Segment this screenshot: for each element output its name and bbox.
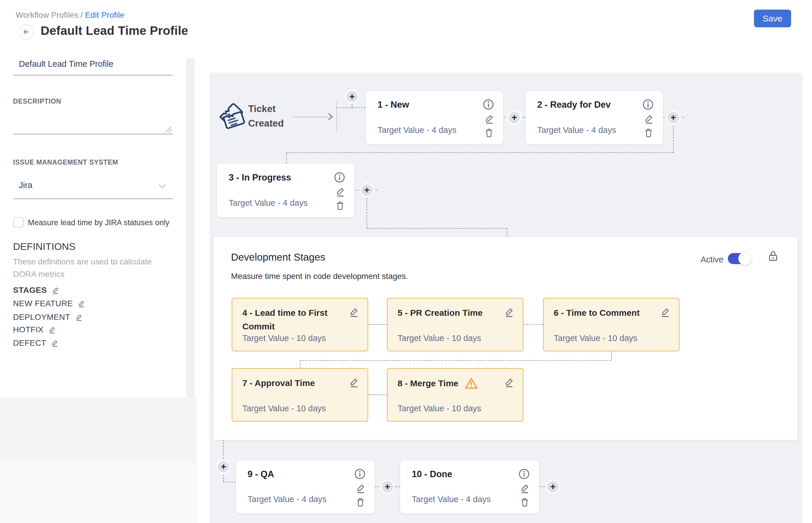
edit-deployment-icon[interactable] bbox=[75, 313, 83, 322]
chevron-down-icon bbox=[158, 182, 167, 191]
sidebar-footer-area-light bbox=[0, 462, 197, 523]
info-icon[interactable] bbox=[482, 98, 494, 111]
ims-select[interactable]: Jira bbox=[19, 181, 33, 190]
dev-card-6-time-to-comment[interactable]: 6 - Time to Comment Target Value - 10 da… bbox=[543, 298, 680, 351]
connector bbox=[223, 475, 224, 482]
stages-label: STAGES bbox=[13, 286, 47, 295]
edit-icon[interactable] bbox=[660, 306, 671, 318]
add-stage-button[interactable]: + bbox=[545, 479, 560, 494]
info-icon[interactable] bbox=[333, 171, 346, 183]
breadcrumb-root[interactable]: Workflow Profiles bbox=[16, 11, 78, 19]
connector bbox=[286, 153, 287, 163]
dev-card-8-merge-time[interactable]: 8 - Merge Time Target Value - 10 days bbox=[387, 368, 524, 422]
dev-card-5-pr-creation-time[interactable]: 5 - PR Creation Time Target Value - 10 d… bbox=[387, 298, 524, 351]
connector bbox=[300, 360, 611, 361]
edit-icon[interactable] bbox=[348, 376, 360, 388]
stage-card-2-ready-for-dev[interactable]: 2 - Ready for Dev Target Value - 4 days bbox=[525, 91, 663, 145]
stage-type-defect: DEFECT bbox=[13, 338, 59, 348]
dev-panel-subtitle: Measure time spent in code development s… bbox=[231, 272, 408, 281]
connector bbox=[337, 107, 366, 108]
connector bbox=[368, 324, 387, 325]
breadcrumb-separator: / bbox=[78, 11, 85, 19]
connector bbox=[300, 360, 300, 368]
edit-icon[interactable] bbox=[355, 482, 366, 494]
add-stage-button[interactable]: + bbox=[359, 183, 374, 198]
stage-card-9-qa[interactable]: 9 - QA Target Value - 4 days bbox=[236, 460, 375, 514]
ims-label: ISSUE MANAGEMENT SYSTEM bbox=[13, 159, 118, 166]
arrow-left-icon bbox=[22, 28, 30, 36]
description-underline bbox=[13, 134, 173, 134]
workflow-canvas: Ticket Created 1 - New Target Value - 4 … bbox=[210, 73, 803, 523]
edit-icon[interactable] bbox=[484, 113, 495, 125]
ticket-icon bbox=[215, 99, 249, 133]
trash-icon[interactable] bbox=[335, 200, 346, 211]
sidebar-divider[interactable] bbox=[186, 58, 195, 398]
profile-name-underline bbox=[13, 75, 173, 75]
development-stages-panel: Development Stages Measure time spent in… bbox=[213, 237, 798, 440]
edit-defect-icon[interactable] bbox=[51, 339, 59, 347]
definitions-title: DEFINITIONS bbox=[13, 241, 75, 252]
save-button[interactable]: Save bbox=[754, 10, 791, 27]
edit-icon[interactable] bbox=[519, 482, 531, 494]
connector bbox=[611, 351, 612, 360]
edit-new-feature-icon[interactable] bbox=[77, 299, 86, 308]
edit-icon[interactable] bbox=[504, 306, 515, 318]
add-stage-button[interactable]: + bbox=[507, 110, 522, 125]
connector bbox=[367, 228, 507, 229]
profile-name-input[interactable] bbox=[19, 59, 170, 69]
start-node-label: Ticket Created bbox=[248, 102, 284, 131]
connector bbox=[366, 198, 367, 228]
stage-type-new-feature: NEW FEATURE bbox=[13, 299, 86, 309]
ims-underline bbox=[13, 199, 173, 199]
workflow-profile-editor: Workflow Profiles / Edit Profile Default… bbox=[0, 0, 812, 523]
add-stage-button[interactable]: + bbox=[380, 479, 395, 494]
connector bbox=[368, 394, 387, 395]
add-stage-button[interactable]: + bbox=[216, 459, 231, 474]
info-icon[interactable] bbox=[354, 468, 366, 480]
description-label: DESCRIPTION bbox=[13, 97, 61, 105]
warning-icon bbox=[464, 376, 478, 390]
edit-icon[interactable] bbox=[643, 113, 655, 125]
connector bbox=[507, 228, 507, 237]
connector bbox=[524, 324, 543, 325]
info-icon[interactable] bbox=[642, 98, 654, 111]
active-toggle-label: Active bbox=[701, 255, 723, 265]
dev-panel-title: Development Stages bbox=[231, 251, 325, 263]
connector bbox=[223, 440, 224, 459]
breadcrumb: Workflow Profiles / Edit Profile bbox=[16, 11, 125, 20]
dev-card-4-lead-time-to-first-commit[interactable]: 4 - Lead time to First Commit Target Val… bbox=[232, 298, 368, 351]
edit-icon[interactable] bbox=[348, 306, 360, 318]
add-stage-button[interactable]: + bbox=[344, 89, 360, 104]
add-stage-button[interactable]: + bbox=[666, 110, 681, 125]
stage-type-deployment: DEPLOYMENT bbox=[13, 312, 83, 322]
trash-icon[interactable] bbox=[355, 497, 366, 508]
info-icon[interactable] bbox=[518, 468, 530, 480]
stage-card-3-in-progress[interactable]: 3 - In Progress Target Value - 4 days bbox=[217, 163, 355, 217]
toggle-knob bbox=[738, 252, 752, 265]
active-toggle[interactable] bbox=[728, 253, 751, 264]
dev-card-7-approval-time[interactable]: 7 - Approval Time Target Value - 10 days bbox=[232, 368, 368, 422]
entry-line bbox=[336, 102, 337, 132]
lock-icon[interactable] bbox=[767, 250, 779, 263]
trash-icon[interactable] bbox=[643, 127, 654, 139]
description-textarea[interactable] bbox=[14, 107, 173, 134]
page-title: Default Lead Time Profile bbox=[41, 24, 188, 38]
definitions-description: These definitions are used to calculate … bbox=[13, 255, 163, 281]
connector bbox=[673, 126, 673, 153]
connector bbox=[286, 152, 673, 153]
connector bbox=[223, 482, 236, 482]
trash-icon[interactable] bbox=[519, 497, 530, 508]
jira-statuses-checkbox-label: Measure lead time by JIRA statuses only bbox=[28, 218, 169, 227]
stage-type-hotfix: HOTFIX bbox=[13, 324, 57, 335]
jira-statuses-checkbox[interactable] bbox=[13, 217, 23, 228]
trash-icon[interactable] bbox=[484, 127, 494, 139]
edit-hotfix-icon[interactable] bbox=[48, 325, 57, 334]
edit-icon[interactable] bbox=[335, 186, 346, 197]
stage-card-10-done[interactable]: 10 - Done Target Value - 4 days bbox=[400, 460, 539, 514]
resize-handle-icon[interactable] bbox=[164, 125, 172, 133]
stage-card-1-new[interactable]: 1 - New Target Value - 4 days bbox=[366, 91, 504, 145]
edit-icon[interactable] bbox=[504, 376, 515, 388]
back-button[interactable] bbox=[19, 24, 34, 39]
edit-stages-icon[interactable] bbox=[51, 286, 60, 294]
breadcrumb-current[interactable]: Edit Profile bbox=[85, 11, 124, 19]
